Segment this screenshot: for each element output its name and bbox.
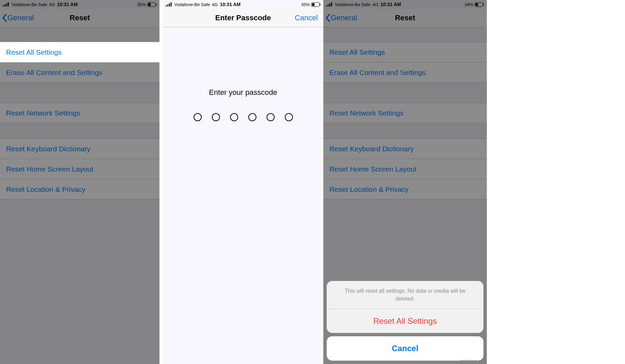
back-label: General: [7, 14, 34, 22]
signal-icon: [166, 2, 172, 6]
erase-all-content[interactable]: Erase All Content and Settings: [323, 62, 487, 83]
passcode-dot: [194, 113, 202, 121]
svg-rect-6: [156, 4, 157, 5]
reset-location-privacy[interactable]: Reset Location & Privacy: [323, 179, 487, 200]
svg-rect-9: [169, 3, 170, 6]
reset-keyboard-dictionary[interactable]: Reset Keyboard Dictionary: [323, 138, 487, 159]
passcode-dot: [267, 113, 275, 121]
phone-reset-list: Vodafone-Be Safe 4G 10:31 AM 35% General…: [0, 0, 159, 364]
reset-network-settings[interactable]: Reset Network Settings: [323, 103, 487, 123]
svg-rect-8: [167, 4, 168, 6]
clock: 10:31 AM: [220, 2, 241, 7]
svg-rect-10: [171, 2, 172, 6]
reset-keyboard-dictionary[interactable]: Reset Keyboard Dictionary: [0, 138, 159, 159]
action-sheet-message: This will reset all settings. No data or…: [327, 281, 483, 309]
network-type: 4G: [212, 2, 218, 7]
erase-all-content[interactable]: Erase All Content and Settings: [0, 62, 159, 83]
svg-rect-19: [476, 3, 478, 6]
carrier-label: Vodafone-Be Safe: [335, 2, 371, 7]
phone-confirm-sheet: Vodafone-Be Safe 4G 10:31 AM 34% General…: [323, 0, 487, 364]
reset-all-settings[interactable]: Reset All Settings: [0, 42, 159, 62]
reset-all-settings[interactable]: Reset All Settings: [323, 42, 487, 62]
signal-icon: [3, 2, 9, 6]
action-sheet-block: This will reset all settings. No data or…: [327, 281, 483, 333]
watermark: www.deuaq.com: [460, 359, 485, 363]
passcode-dot: [285, 113, 293, 121]
nav-header: General Reset: [0, 9, 159, 27]
nav-title: Reset: [395, 14, 415, 22]
passcode-prompt: Enter your passcode: [163, 88, 323, 97]
svg-rect-14: [326, 5, 327, 6]
svg-rect-7: [166, 5, 167, 6]
network-type: 4G: [49, 2, 55, 7]
nav-title: Enter Passcode: [215, 14, 271, 22]
battery-percent: 35%: [137, 2, 146, 7]
svg-rect-20: [483, 4, 484, 5]
clock: 10:31 AM: [57, 2, 78, 7]
passcode-dot: [212, 113, 220, 121]
nav-header: Enter Passcode Cancel: [163, 9, 323, 27]
passcode-dots[interactable]: [163, 113, 323, 121]
svg-rect-12: [312, 3, 315, 6]
battery-icon: [311, 2, 321, 7]
clock: 10:31 AM: [380, 2, 401, 7]
battery-percent: 35%: [301, 2, 310, 7]
status-bar: Vodafone-Be Safe 4G 10:31 AM 34%: [323, 0, 487, 9]
back-button[interactable]: General: [0, 14, 34, 22]
svg-rect-17: [331, 2, 332, 6]
status-bar: Vodafone-Be Safe 4G 10:31 AM 35%: [163, 0, 323, 9]
battery-icon: [147, 2, 157, 7]
reset-home-layout[interactable]: Reset Home Screen Layout: [323, 159, 487, 179]
passcode-dot: [230, 113, 238, 121]
action-sheet: This will reset all settings. No data or…: [323, 278, 487, 364]
cancel-button[interactable]: Cancel: [295, 14, 318, 22]
chevron-left-icon: [325, 14, 331, 22]
action-sheet-cancel[interactable]: Cancel: [327, 336, 483, 361]
signal-icon: [326, 2, 333, 6]
reset-location-privacy[interactable]: Reset Location & Privacy: [0, 179, 159, 200]
chevron-left-icon: [2, 14, 7, 22]
reset-home-layout[interactable]: Reset Home Screen Layout: [0, 159, 159, 179]
svg-rect-2: [6, 3, 7, 6]
battery-icon: [475, 2, 484, 7]
battery-percent: 34%: [465, 2, 473, 7]
svg-rect-15: [328, 4, 329, 6]
carrier-label: Vodafone-Be Safe: [11, 2, 47, 7]
confirm-reset-button[interactable]: Reset All Settings: [327, 309, 483, 333]
passcode-dot: [248, 113, 256, 121]
svg-rect-13: [320, 4, 321, 5]
svg-rect-5: [148, 3, 151, 6]
back-button[interactable]: General: [323, 14, 357, 22]
svg-rect-1: [4, 4, 5, 6]
reset-network-settings[interactable]: Reset Network Settings: [0, 103, 159, 123]
svg-rect-16: [329, 3, 330, 6]
status-bar: Vodafone-Be Safe 4G 10:31 AM 35%: [0, 0, 159, 9]
svg-rect-3: [8, 2, 9, 6]
nav-title: Reset: [70, 14, 90, 22]
nav-header: General Reset: [323, 9, 487, 27]
phone-enter-passcode: Vodafone-Be Safe 4G 10:31 AM 35% Enter P…: [159, 0, 323, 364]
svg-rect-0: [3, 5, 4, 6]
back-label: General: [331, 14, 357, 22]
network-type: 4G: [373, 2, 378, 7]
carrier-label: Vodafone-Be Safe: [174, 2, 210, 7]
